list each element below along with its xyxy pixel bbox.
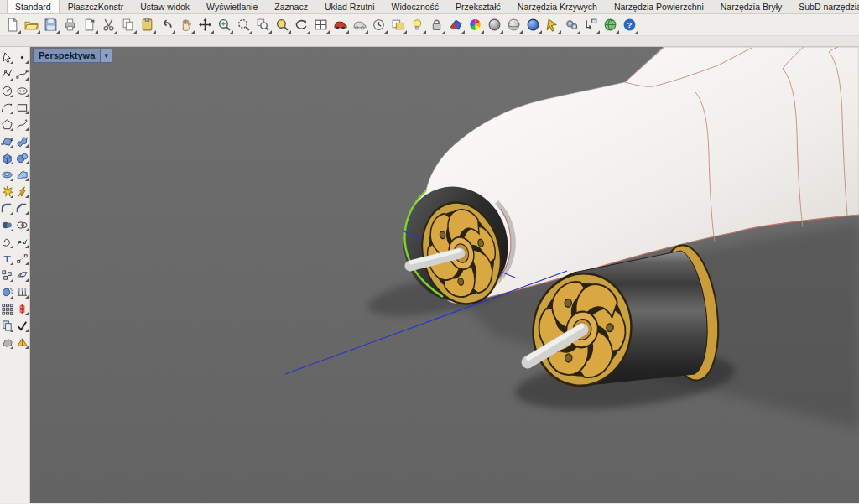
toolbar-ghosted-view-button[interactable] [505,16,523,34]
tool-grid9-button[interactable] [0,301,14,316]
new-file-icon [5,18,19,32]
toolbar-lightbulb-button[interactable] [409,16,427,34]
tool-curve-cp-button[interactable] [15,66,29,81]
tab-standard[interactable]: Standard [7,0,60,13]
tool-srf-curved-button[interactable] [15,133,29,148]
tool-plane-wavy-button[interactable] [15,167,29,182]
toolbar-print-button[interactable] [61,16,80,34]
ellipse-icon [16,85,29,97]
tab-p-aszczkonstr[interactable]: PłaszczKonstr [60,0,133,13]
render-gray-car-icon [352,18,367,32]
toolbar-zoom-extents-button[interactable] [235,16,253,34]
tool-check-button[interactable] [15,318,29,333]
tool-array-button[interactable] [15,284,29,299]
tool-move-pts-button[interactable] [15,251,29,266]
tool-box-button[interactable] [0,150,14,165]
tool-red-pole-button[interactable] [15,301,29,316]
toolbar-history-clock-button[interactable] [370,16,388,34]
viewport-panel[interactable]: Perspektywa ▼ [30,47,859,503]
toolbar-layer-state-button[interactable] [389,16,408,34]
tool-hook-button[interactable] [0,234,14,249]
tab-ustaw-widok[interactable]: Ustaw widok [132,0,198,13]
arc-icon [1,101,13,114]
tool-pages-blue-button[interactable] [0,318,14,333]
tool-circle-button[interactable] [0,83,14,98]
tool-rebuild-button[interactable] [15,234,29,249]
toolbar-zoom-in-button[interactable] [216,16,234,34]
tool-select-button[interactable] [0,49,14,65]
toolbar-render-red-car-button[interactable] [331,16,350,34]
toolbar-help-button[interactable]: ? [621,16,639,34]
tool-fillet-button[interactable] [0,200,14,216]
toolbar-copy-button[interactable] [119,16,138,34]
tab-subd-narz-dzia[interactable]: SubD narzędzia [790,0,859,13]
tab-narz-dzia-powierzchni[interactable]: Narzędzia Powierzchni [606,0,712,13]
red-pole-icon [16,303,29,315]
cut-icon [102,18,116,32]
tool-srf-points-button[interactable] [0,133,14,148]
toolbar-color-wheel-button[interactable] [466,16,485,34]
toolbar-viewport-layout-button[interactable] [312,16,331,34]
tab-wy-wietlanie[interactable]: Wyświetlanie [198,0,266,13]
toolbar-zoom-selected-button[interactable] [254,16,273,34]
open-file-icon [24,18,39,32]
tool-point-button[interactable] [15,49,29,65]
tool-spheres-button[interactable] [15,150,29,165]
tool-squares-cluster-button[interactable] [0,268,14,283]
toolbar-move-button[interactable] [196,16,215,34]
viewport-canvas[interactable] [30,47,859,503]
tool-bool-spheres-button[interactable] [0,217,14,232]
tool-pyramid-button[interactable] [15,335,29,350]
tool-torus-button[interactable] [0,167,14,182]
color-wheel-icon [468,18,482,32]
tab-narz-dzia-krzywych[interactable]: Narzędzia Krzywych [509,0,606,13]
toolbar-shaded-view-button[interactable] [486,16,504,34]
toolbar-osnap-cursor-button[interactable] [544,16,562,34]
tool-sphere-box-button[interactable] [0,284,14,299]
rotate-view-icon [294,18,309,32]
tool-arc-button[interactable] [0,100,14,115]
toolbar-record-history-button[interactable] [582,16,601,34]
toolbar-new-file-button[interactable] [3,16,22,34]
tool-text-t-button[interactable]: T [0,251,14,266]
toolbar-rotate-view-button[interactable] [293,16,311,34]
toolbar-open-file-button[interactable] [23,16,41,34]
tool-polyline-button[interactable] [0,66,14,81]
toolbar-pan-button[interactable] [177,16,195,34]
toolbar-options-gears-button[interactable] [563,16,581,34]
toolbar-paste-button[interactable] [138,16,157,34]
tab-widoczno-[interactable]: Widoczność [383,0,448,13]
tool-copy-shift-button[interactable] [15,268,29,283]
toolbar-undo-button[interactable] [158,16,176,34]
viewport-title-dropdown[interactable]: ▼ [101,49,112,63]
toolbar-render-gray-car-button[interactable] [351,16,369,34]
toolbar-display-props-button[interactable] [447,16,466,34]
tab-uk-ad-rzutni[interactable]: Układ Rzutni [316,0,383,13]
tab-zaznacz[interactable]: Zaznacz [266,0,316,13]
toolbar-rendered-view-button[interactable] [524,16,543,34]
tool-polygon-button[interactable] [0,117,14,132]
tool-ellipse-button[interactable] [15,83,29,98]
toolbar-zoom-window-button[interactable] [273,16,292,34]
toolbar-web-globe-button[interactable] [601,16,620,34]
tool-chamfer-button[interactable] [15,200,29,216]
toolbar-export-page-button[interactable] [81,16,99,34]
history-clock-icon [372,18,386,32]
svg-text:T: T [3,253,10,265]
squares-cluster-icon [1,269,13,282]
tool-explode-yellow-button[interactable] [0,184,14,199]
toolbar-cut-button[interactable] [100,16,118,34]
tool-sidebar: T [0,47,30,503]
tool-freeform-button[interactable] [15,117,29,132]
tab-narz-dzia-bry-y[interactable]: Narzędzia Bryły [712,0,791,13]
tool-rock-button[interactable] [0,335,14,350]
viewport-title[interactable]: Perspektywa ▼ [33,49,112,63]
toolbar-save-button[interactable] [42,16,60,34]
tool-burst-yellow-button[interactable] [15,184,29,199]
tool-rectangle-button[interactable] [15,100,29,115]
viewport-title-text[interactable]: Perspektywa [33,49,101,63]
tab-przekszta-[interactable]: Przekształć [447,0,509,13]
tool-bool-circles-button[interactable] [15,217,29,232]
viewport-layout-icon [314,18,328,32]
toolbar-lock-button[interactable] [428,16,446,34]
